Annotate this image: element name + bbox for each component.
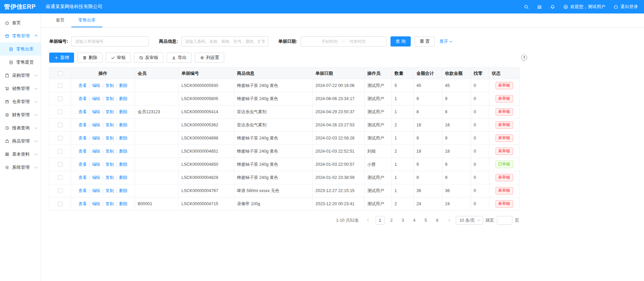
row-action-edit[interactable]: 编辑 xyxy=(92,149,100,154)
page-number-3[interactable]: 3 xyxy=(399,216,407,225)
next-page-button[interactable] xyxy=(444,216,453,225)
row-action-delete[interactable]: 删除 xyxy=(119,96,127,101)
row-checkbox[interactable] xyxy=(58,162,63,167)
row-action-edit[interactable]: 编辑 xyxy=(92,188,100,193)
row-action-edit[interactable]: 编辑 xyxy=(92,175,100,180)
notifications-button[interactable] xyxy=(550,4,555,9)
row-checkbox[interactable] xyxy=(58,83,63,88)
page-number-4[interactable]: 4 xyxy=(410,216,419,225)
row-action-edit[interactable]: 编辑 xyxy=(92,110,100,114)
audit-button[interactable]: 审核 xyxy=(106,53,131,63)
row-action-copy[interactable]: 复制 xyxy=(105,175,114,180)
row-action-view[interactable]: 查看 xyxy=(78,83,87,88)
row-checkbox[interactable] xyxy=(58,110,63,114)
row-action-delete[interactable]: 删除 xyxy=(119,123,127,127)
row-action-copy[interactable]: 复制 xyxy=(105,201,114,206)
row-checkbox[interactable] xyxy=(58,136,63,140)
export-button[interactable]: 导出 xyxy=(167,53,192,63)
sidebar-item-retail[interactable]: 零售管理 xyxy=(0,29,41,42)
row-action-edit[interactable]: 编辑 xyxy=(92,123,100,127)
row-action-view[interactable]: 查看 xyxy=(78,175,87,180)
row-action-view[interactable]: 查看 xyxy=(78,110,87,114)
search-button[interactable] xyxy=(524,4,529,9)
row-action-copy[interactable]: 复制 xyxy=(105,162,114,167)
cell-amount: 9 xyxy=(414,158,442,171)
row-action-edit[interactable]: 编辑 xyxy=(92,83,100,88)
sidebar-item-goods[interactable]: 商品管理 xyxy=(0,134,41,148)
sidebar-item-reports[interactable]: 报表查询 xyxy=(0,121,41,134)
reset-button[interactable]: 重 置 xyxy=(415,36,435,46)
row-action-delete[interactable]: 删除 xyxy=(119,83,127,88)
row-action-copy[interactable]: 复制 xyxy=(105,149,114,154)
sidebar-item-warehouse[interactable]: 仓库管理 xyxy=(0,95,41,108)
row-checkbox[interactable] xyxy=(58,149,63,154)
row-action-view[interactable]: 查看 xyxy=(78,136,87,140)
logout-button[interactable]: 退出登录 xyxy=(613,4,638,10)
add-button-label: 新增 xyxy=(60,55,69,61)
row-action-edit[interactable]: 编辑 xyxy=(92,162,100,167)
filter-bill-no: 单据编号: xyxy=(49,36,149,46)
row-action-view[interactable]: 查看 xyxy=(78,149,87,154)
row-action-view[interactable]: 查看 xyxy=(78,162,87,167)
product-input[interactable] xyxy=(181,36,268,46)
row-action-copy[interactable]: 复制 xyxy=(105,123,114,127)
page-number-5[interactable]: 5 xyxy=(421,216,430,225)
sidebar-item-home[interactable]: 首页 xyxy=(0,16,41,29)
row-action-copy[interactable]: 复制 xyxy=(105,110,114,114)
sidebar-item-sales[interactable]: 销售管理 xyxy=(0,82,41,95)
sidebar-item-purchase[interactable]: 采购管理 xyxy=(0,69,41,82)
row-action-edit[interactable]: 编辑 xyxy=(92,96,100,101)
cell-bill-no: LSCK00000004767 xyxy=(179,184,234,197)
unaudit-button[interactable]: 反审核 xyxy=(134,53,163,63)
sidebar-item-retail-return[interactable]: 零售退货 xyxy=(0,56,41,69)
row-action-view[interactable]: 查看 xyxy=(78,201,87,206)
row-action-delete[interactable]: 删除 xyxy=(119,162,127,167)
row-action-delete[interactable]: 删除 xyxy=(119,110,127,114)
row-checkbox[interactable] xyxy=(58,201,63,206)
search-submit-button[interactable]: 查 询 xyxy=(391,36,411,46)
row-action-delete[interactable]: 删除 xyxy=(119,175,127,180)
delete-button[interactable]: 删除 xyxy=(77,53,102,63)
page-number-6[interactable]: 6 xyxy=(433,216,442,225)
row-action-edit[interactable]: 编辑 xyxy=(92,201,100,206)
row-checkbox[interactable] xyxy=(58,175,63,180)
add-button[interactable]: 新增 xyxy=(49,53,74,63)
date-range-picker[interactable]: 开始时间 ~ 结束时间 xyxy=(301,36,386,46)
row-action-view[interactable]: 查看 xyxy=(78,123,87,127)
tab-home[interactable]: 首页 xyxy=(49,13,71,27)
home-shortcut-button[interactable] xyxy=(537,4,542,9)
action-separator: | xyxy=(116,149,117,154)
bill-no-input[interactable] xyxy=(71,36,149,46)
row-action-view[interactable]: 查看 xyxy=(78,96,87,101)
columns-button[interactable]: 列设置 xyxy=(195,53,224,63)
prev-page-button[interactable] xyxy=(364,216,373,225)
row-action-delete[interactable]: 删除 xyxy=(119,188,127,193)
sidebar-item-finance[interactable]: 财务管理 xyxy=(0,108,41,121)
expand-filters-link[interactable]: 展开 xyxy=(439,38,452,44)
tab-retail-outbound[interactable]: 零售出库 xyxy=(71,13,102,27)
row-action-copy[interactable]: 复制 xyxy=(105,83,114,88)
select-all-checkbox[interactable] xyxy=(58,71,63,76)
action-separator: | xyxy=(116,201,117,206)
row-action-delete[interactable]: 删除 xyxy=(119,136,127,140)
help-button[interactable]: ? xyxy=(521,55,527,61)
row-action-edit[interactable]: 编辑 xyxy=(92,136,100,140)
page-size-select[interactable]: 10 条/页 xyxy=(456,216,483,225)
sidebar-item-retail-outbound[interactable]: 零售出库 xyxy=(0,42,41,56)
row-action-copy[interactable]: 复制 xyxy=(105,188,114,193)
sidebar-item-system[interactable]: 系统管理 xyxy=(0,161,41,174)
row-checkbox[interactable] xyxy=(58,188,63,193)
row-action-copy[interactable]: 复制 xyxy=(105,136,114,140)
user-welcome[interactable]: 欢迎您，测试用户 xyxy=(563,4,605,10)
row-action-view[interactable]: 查看 xyxy=(78,188,87,193)
row-checkbox[interactable] xyxy=(58,123,63,127)
jump-page-input[interactable] xyxy=(497,216,512,225)
row-action-delete[interactable]: 删除 xyxy=(119,201,127,206)
row-checkbox[interactable] xyxy=(58,96,63,101)
page-number-2[interactable]: 2 xyxy=(387,216,396,225)
sidebar-item-basic[interactable]: 基本资料 xyxy=(0,148,41,161)
row-action-copy[interactable]: 复制 xyxy=(105,96,114,101)
cell-product: 蜂蜜柚子茶 240g 黄色 xyxy=(234,171,313,184)
row-action-delete[interactable]: 删除 xyxy=(119,149,127,154)
page-number-1[interactable]: 1 xyxy=(376,216,384,225)
